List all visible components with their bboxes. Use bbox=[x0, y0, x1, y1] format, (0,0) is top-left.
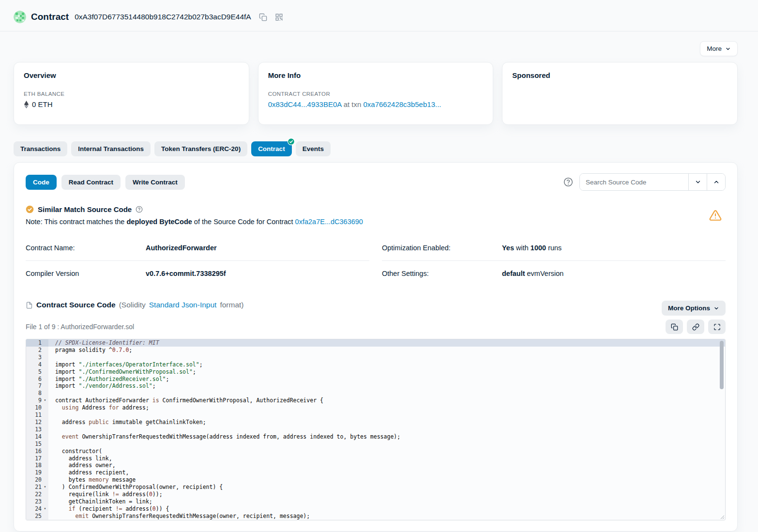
resize-handle-icon[interactable] bbox=[719, 514, 725, 519]
more-options-label: More Options bbox=[668, 304, 710, 312]
line-number-gutter: 5 bbox=[26, 368, 48, 376]
code-line: 25 emit OwnershipTransferRequestedWithMe… bbox=[26, 513, 725, 520]
optimization-row: Optimization Enabled: Yes with 1000 runs bbox=[382, 238, 726, 260]
copy-address-icon[interactable] bbox=[259, 13, 267, 21]
chevron-down-icon bbox=[713, 305, 719, 311]
file-icon bbox=[26, 302, 33, 309]
link-icon bbox=[692, 323, 699, 331]
contract-name-row: Contract Name: AuthorizedForwarder bbox=[26, 238, 369, 260]
line-number-gutter: 11 bbox=[26, 411, 48, 419]
code-line: 1// SPDX-License-Identifier: MIT bbox=[26, 339, 725, 347]
line-number-gutter: 25 bbox=[26, 513, 48, 520]
eth-balance-label: ETH BALANCE bbox=[24, 91, 239, 97]
editor-scrollbar[interactable] bbox=[720, 341, 724, 389]
line-number-gutter: 19 bbox=[26, 469, 48, 476]
tab-token-transfers[interactable]: Token Transfers (ERC-20) bbox=[154, 141, 247, 156]
warning-icon bbox=[709, 209, 722, 222]
file-row: File 1 of 9 : AuthorizedForwarder.sol bbox=[26, 319, 726, 334]
search-next-button[interactable] bbox=[707, 174, 725, 190]
search-source-input[interactable] bbox=[580, 174, 688, 190]
note-middle: of the Source Code for Contract bbox=[192, 218, 295, 226]
more-button[interactable]: More bbox=[700, 41, 738, 56]
line-number-gutter: 14 bbox=[26, 433, 48, 441]
code-line: 6import "./AuthorizedReceiver.sol"; bbox=[26, 376, 725, 383]
line-number-gutter: 12 bbox=[26, 419, 48, 426]
expand-icon bbox=[713, 323, 721, 331]
tab-bar: Transactions Internal Transactions Token… bbox=[14, 141, 738, 156]
code-line: 16 constructor( bbox=[26, 448, 725, 455]
subtab-write-contract[interactable]: Write Contract bbox=[125, 175, 185, 190]
line-number-gutter: 13 bbox=[26, 426, 48, 433]
matched-contract-link[interactable]: 0xfa2a7E...dC363690 bbox=[295, 218, 363, 226]
compiler-version-label: Compiler Version bbox=[26, 270, 146, 277]
other-settings-row: Other Settings: default evmVersion bbox=[382, 260, 726, 286]
tab-events[interactable]: Events bbox=[296, 141, 331, 156]
line-number-gutter: 7 bbox=[26, 382, 48, 390]
permalink-button[interactable] bbox=[687, 319, 704, 334]
source-code-header: Contract Source Code (Solidity Standard … bbox=[26, 301, 726, 316]
fullscreen-button[interactable] bbox=[708, 319, 726, 334]
header-divider bbox=[0, 31, 758, 31]
code-line: 18 address owner, bbox=[26, 462, 725, 469]
subtab-read-contract[interactable]: Read Contract bbox=[61, 175, 121, 190]
code-line: 12 address public immutable getChainlink… bbox=[26, 419, 725, 426]
code-line: 17 address link, bbox=[26, 455, 725, 462]
similar-match-check-icon bbox=[26, 205, 34, 213]
code-line: 13 bbox=[26, 426, 725, 433]
code-line: 3 bbox=[26, 354, 725, 361]
line-number-gutter: 1 bbox=[26, 339, 48, 347]
line-number-gutter: 15 bbox=[26, 441, 48, 448]
fold-toggle-icon[interactable]: ▾ bbox=[42, 484, 48, 491]
line-number-gutter: 2 bbox=[26, 347, 48, 354]
subtab-code[interactable]: Code bbox=[26, 175, 57, 190]
code-line: 15 bbox=[26, 441, 725, 448]
fold-toggle-icon[interactable]: ▾ bbox=[42, 397, 48, 404]
contract-creator-label: CONTRACT CREATOR bbox=[268, 91, 484, 97]
code-line: 21▾ ) ConfirmedOwnerWithProposal(owner, … bbox=[26, 484, 725, 491]
contract-name-value: AuthorizedForwarder bbox=[146, 244, 217, 252]
more-button-label: More bbox=[707, 45, 722, 52]
help-icon[interactable] bbox=[563, 177, 573, 187]
tab-transactions[interactable]: Transactions bbox=[14, 141, 67, 156]
line-number-gutter: 22 bbox=[26, 491, 48, 498]
line-number-gutter: 3 bbox=[26, 354, 48, 361]
contract-creator-row: 0x83dC44...4933BE0A at txn 0xa7662428c3b… bbox=[268, 100, 484, 108]
code-line: 9▾contract AuthorizedForwarder is Confir… bbox=[26, 397, 725, 404]
tab-internal-transactions[interactable]: Internal Transactions bbox=[71, 141, 151, 156]
contract-identicon bbox=[14, 11, 26, 23]
code-line: 5import "./ConfirmedOwnerWithProposal.so… bbox=[26, 368, 725, 376]
details-right-column: Optimization Enabled: Yes with 1000 runs… bbox=[382, 238, 726, 286]
eth-icon bbox=[24, 101, 29, 108]
similar-match-help-icon[interactable] bbox=[136, 206, 143, 213]
creation-txn-link[interactable]: 0xa7662428c3b5eb13... bbox=[364, 100, 441, 108]
line-number-gutter: 23 bbox=[26, 498, 48, 505]
json-input-link[interactable]: Standard Json-Input bbox=[149, 301, 217, 309]
other-settings-value: default evmVersion bbox=[502, 270, 563, 277]
search-prev-button[interactable] bbox=[688, 174, 707, 190]
copy-source-button[interactable] bbox=[666, 319, 683, 334]
code-line: 23 getChainlinkToken = link; bbox=[26, 498, 725, 505]
tab-contract[interactable]: Contract bbox=[251, 141, 292, 156]
source-code-title: Contract Source Code bbox=[36, 301, 116, 309]
chevron-down-icon bbox=[725, 46, 731, 52]
code-lines: 1// SPDX-License-Identifier: MIT2pragma … bbox=[26, 339, 725, 520]
contract-details: Contract Name: AuthorizedForwarder Compi… bbox=[26, 238, 726, 286]
similar-match-title: Similar Match Source Code bbox=[38, 205, 132, 213]
more-options-button[interactable]: More Options bbox=[662, 301, 726, 316]
creator-address-link[interactable]: 0x83dC44...4933BE0A bbox=[268, 100, 342, 108]
editor-tools bbox=[666, 319, 726, 334]
line-number-gutter: 9▾ bbox=[26, 397, 48, 404]
qr-code-icon[interactable] bbox=[275, 13, 283, 21]
source-code-editor[interactable]: 1// SPDX-License-Identifier: MIT2pragma … bbox=[26, 339, 726, 520]
eth-balance-value: 0 ETH bbox=[32, 100, 53, 108]
line-number-gutter: 20 bbox=[26, 476, 48, 484]
code-line: 14 event OwnershipTransferRequestedWithM… bbox=[26, 433, 725, 441]
more-info-card-title: More Info bbox=[268, 71, 484, 79]
details-left-column: Contract Name: AuthorizedForwarder Compi… bbox=[26, 238, 369, 286]
chevron-down-icon bbox=[695, 179, 701, 185]
sponsored-card: Sponsored bbox=[502, 62, 738, 125]
line-number-gutter: 21▾ bbox=[26, 484, 48, 491]
fold-toggle-icon[interactable]: ▾ bbox=[42, 505, 48, 513]
line-number-gutter: 16 bbox=[26, 448, 48, 455]
code-line: 24▾ if (recipient != address(0)) { bbox=[26, 505, 725, 513]
